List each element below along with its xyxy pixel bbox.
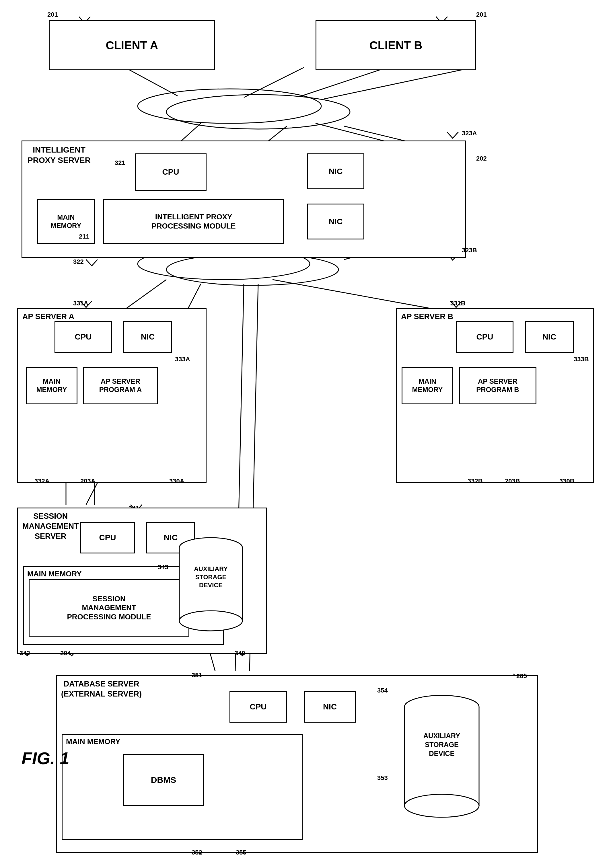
ref-332B: 332B bbox=[467, 477, 483, 485]
ref-203A: 203A bbox=[80, 477, 96, 485]
session-storage-label: AUXILIARY STORAGE DEVICE bbox=[178, 565, 244, 589]
ref-205: 205 bbox=[516, 673, 527, 680]
ref-330B: 330B bbox=[559, 477, 574, 485]
ref-323B: 323B bbox=[462, 246, 477, 254]
ref-201-right: 201 bbox=[476, 11, 487, 19]
ref-330A: 330A bbox=[169, 477, 185, 485]
db-storage: AUXILIARY STORAGE DEVICE bbox=[402, 694, 482, 820]
ref-351: 351 bbox=[192, 671, 202, 679]
client-a-box: CLIENT A bbox=[49, 20, 215, 70]
ref-202: 202 bbox=[476, 155, 487, 162]
ref-331B: 331B bbox=[450, 300, 466, 307]
ref-211: 211 bbox=[79, 233, 90, 240]
ref-343: 343 bbox=[158, 563, 168, 571]
session-storage: AUXILIARY STORAGE DEVICE bbox=[178, 536, 244, 634]
ap-server-b-cpu: CPU bbox=[456, 321, 514, 353]
session-cpu: CPU bbox=[80, 522, 135, 553]
svg-line-4 bbox=[301, 67, 387, 96]
ap-server-a-cpu: CPU bbox=[54, 321, 112, 353]
ref-333A: 333A bbox=[175, 356, 190, 363]
proxy-module: INTELLIGENT PROXY PROCESSING MODULE bbox=[103, 199, 284, 244]
ref-332A: 332A bbox=[34, 477, 50, 485]
db-storage-label: AUXILIARY STORAGE DEVICE bbox=[402, 731, 482, 758]
ref-323A: 323A bbox=[462, 130, 477, 137]
client-b-box: CLIENT B bbox=[315, 20, 476, 70]
ap-server-a-nic: NIC bbox=[123, 321, 172, 353]
ref-353: 353 bbox=[377, 774, 388, 782]
svg-line-16 bbox=[121, 280, 166, 313]
svg-point-0 bbox=[138, 89, 321, 123]
ap-server-a-memory: MAIN MEMORY bbox=[26, 367, 78, 404]
proxy-nic2: NIC bbox=[307, 204, 364, 239]
svg-point-11 bbox=[166, 254, 338, 285]
ref-342: 342 bbox=[20, 649, 30, 657]
ref-352: 352 bbox=[192, 849, 202, 856]
ap-server-b-nic: NIC bbox=[525, 321, 574, 353]
ap-server-b-program: AP SERVER PROGRAM B bbox=[459, 367, 536, 404]
ref-203B: 203B bbox=[505, 477, 520, 485]
svg-line-3 bbox=[244, 67, 304, 98]
ap-server-a-program: AP SERVER PROGRAM A bbox=[83, 367, 158, 404]
proxy-nic1: NIC bbox=[307, 153, 364, 189]
ap-server-b-memory: MAIN MEMORY bbox=[402, 367, 453, 404]
proxy-cpu: CPU bbox=[135, 153, 206, 191]
ref-333B: 333B bbox=[574, 356, 589, 363]
svg-point-60 bbox=[405, 794, 479, 817]
ref-201-left: 201 bbox=[47, 11, 58, 19]
dbms-box: DBMS bbox=[123, 754, 204, 806]
diagram: CLIENT A 201 CLIENT B 201 INTELLIGENT PR… bbox=[0, 0, 613, 868]
svg-line-5 bbox=[324, 67, 473, 99]
ref-355: 355 bbox=[236, 849, 247, 856]
ref-354: 354 bbox=[377, 687, 388, 694]
session-module: SESSION MANAGEMENT PROCESSING MODULE bbox=[29, 579, 189, 637]
svg-point-55 bbox=[179, 611, 242, 631]
ref-331A: 331A bbox=[73, 300, 88, 307]
ref-204: 204 bbox=[60, 649, 71, 657]
svg-point-1 bbox=[166, 95, 350, 129]
ref-322: 322 bbox=[73, 258, 84, 265]
figure-label: FIG. 1 bbox=[22, 749, 70, 768]
svg-line-17 bbox=[273, 280, 453, 313]
ref-340: 340 bbox=[234, 649, 245, 657]
ref-321: 321 bbox=[115, 159, 125, 167]
svg-line-2 bbox=[125, 67, 178, 96]
db-cpu: CPU bbox=[230, 691, 287, 722]
db-nic: NIC bbox=[304, 691, 356, 722]
